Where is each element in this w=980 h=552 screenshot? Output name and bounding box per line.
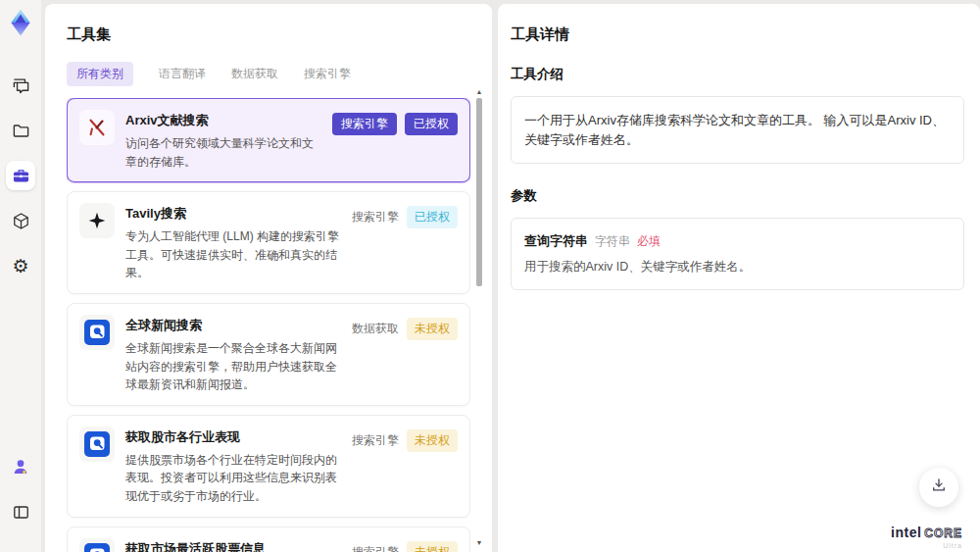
page-title: 工具集: [67, 25, 492, 44]
sidebar-item-tools[interactable]: [6, 161, 35, 190]
parameter-item: 查询字符串 字符串 必填 用于搜索的Arxiv ID、关键字或作者姓名。: [511, 218, 964, 290]
tool-name: 获取股市各行业表现: [125, 428, 341, 446]
intel-wordmark: intel: [891, 525, 921, 540]
news-search-icon: [79, 315, 115, 350]
tool-description: 专为人工智能代理 (LLM) 构建的搜索引擎工具。可快速提供实时、准确和真实的结…: [125, 227, 341, 282]
category-tabs: 所有类别语言翻译数据获取搜索引擎: [67, 62, 492, 86]
user-avatar[interactable]: [6, 452, 35, 481]
tab-3[interactable]: 搜索引擎: [304, 66, 351, 82]
core-wordmark: CORE: [924, 527, 962, 540]
tool-name: Arxiv文献搜索: [125, 112, 321, 129]
category-badge: 数据获取: [352, 318, 399, 340]
arxiv-icon: [79, 110, 115, 145]
toolset-panel: 工具集 所有类别语言翻译数据获取搜索引擎 Arxiv文献搜索 访问各个研究领域大…: [45, 4, 492, 552]
tool-description: 提供股票市场各个行业在特定时间段内的表现。投资者可以利用这些信息来识别表现优于或…: [125, 451, 341, 506]
tool-card[interactable]: Arxiv文献搜索 访问各个研究领域大量科学论文和文章的存储库。 搜索引擎 已授…: [67, 98, 470, 182]
scrollbar-up-arrow[interactable]: ▲: [475, 88, 483, 95]
category-badge: 搜索引擎: [352, 541, 399, 552]
toolbox-icon: [12, 167, 30, 185]
ultra-wordmark: Ultra: [943, 542, 962, 549]
tool-intro-text: 一个用于从Arxiv存储库搜索科学论文和文章的工具。 输入可以是Arxiv ID…: [511, 96, 964, 164]
auth-status-badge: 已授权: [405, 113, 458, 135]
param-description: 用于搜索的Arxiv ID、关键字或作者姓名。: [524, 259, 951, 276]
tool-description: 全球新闻搜索是一个聚合全球各大新闻网站内容的搜索引擎，帮助用户快速获取全球最新资…: [125, 339, 341, 394]
category-badge: 搜索引擎: [352, 429, 399, 452]
tab-2[interactable]: 数据获取: [231, 66, 278, 82]
scrollbar-down-arrow[interactable]: ▼: [475, 539, 483, 546]
category-badge: 搜索引擎: [332, 113, 397, 135]
auth-status-badge: 未授权: [407, 318, 458, 340]
detail-title: 工具详情: [511, 25, 964, 44]
auth-status-badge: 未授权: [407, 429, 458, 452]
category-badge: 搜索引擎: [352, 206, 399, 228]
sidebar-item-settings[interactable]: ⚙: [6, 251, 35, 280]
user-icon: [11, 457, 30, 477]
tool-list: Arxiv文献搜索 访问各个研究领域大量科学论文和文章的存储库。 搜索引擎 已授…: [67, 98, 470, 552]
panel-toggle-button[interactable]: [6, 497, 35, 527]
tool-name: 全球新闻搜索: [125, 317, 341, 334]
sidebar-item-chat[interactable]: [6, 71, 35, 100]
gear-icon: ⚙: [12, 257, 28, 276]
tab-0[interactable]: 所有类别: [67, 62, 133, 86]
app-logo-icon[interactable]: [6, 8, 35, 37]
tool-name: 获取市场最活跃股票信息: [125, 540, 341, 552]
list-scrollbar[interactable]: ▲ ▼: [475, 88, 483, 546]
tool-name: Tavily搜索: [125, 205, 341, 223]
tool-card[interactable]: Tavily搜索 专为人工智能代理 (LLM) 构建的搜索引擎工具。可快速提供实…: [67, 191, 470, 294]
package-icon: [12, 212, 30, 230]
param-type: 字符串: [595, 233, 630, 250]
download-icon: [930, 477, 948, 498]
intro-heading: 工具介绍: [511, 66, 964, 83]
app-rail: ⚙: [0, 0, 41, 552]
tool-description: 访问各个研究领域大量科学论文和文章的存储库。: [125, 134, 321, 171]
auth-status-badge: 未授权: [407, 541, 458, 552]
tavily-icon: [79, 203, 115, 238]
params-heading: 参数: [511, 187, 964, 205]
auth-status-badge: 已授权: [407, 206, 458, 228]
tool-card[interactable]: 全球新闻搜索 全球新闻搜索是一个聚合全球各大新闻网站内容的搜索引擎，帮助用户快速…: [67, 303, 470, 406]
folder-icon: [12, 122, 30, 140]
scrollbar-thumb[interactable]: [476, 98, 482, 286]
tool-card[interactable]: 获取市场最活跃股票信息 提供当天交易量最高的股票列表，投资者可以利用这些信息来识…: [67, 527, 470, 552]
sidebar-item-files[interactable]: [6, 116, 35, 145]
news-search-icon: [79, 427, 115, 462]
download-button[interactable]: [919, 468, 958, 507]
panel-toggle-icon: [12, 503, 30, 522]
tab-1[interactable]: 语言翻译: [159, 66, 206, 82]
tool-detail-panel: 工具详情 工具介绍 一个用于从Arxiv存储库搜索科学论文和文章的工具。 输入可…: [498, 4, 980, 552]
intel-core-logo: intel CORE Ultra: [891, 525, 962, 540]
tool-card[interactable]: 获取股市各行业表现 提供股票市场各个行业在特定时间段内的表现。投资者可以利用这些…: [67, 415, 470, 518]
chat-icon: [12, 76, 30, 95]
param-required-flag: 必填: [637, 233, 661, 250]
param-name: 查询字符串: [524, 232, 588, 250]
news-search-icon: [79, 538, 115, 552]
sidebar-item-packages[interactable]: [6, 206, 35, 235]
